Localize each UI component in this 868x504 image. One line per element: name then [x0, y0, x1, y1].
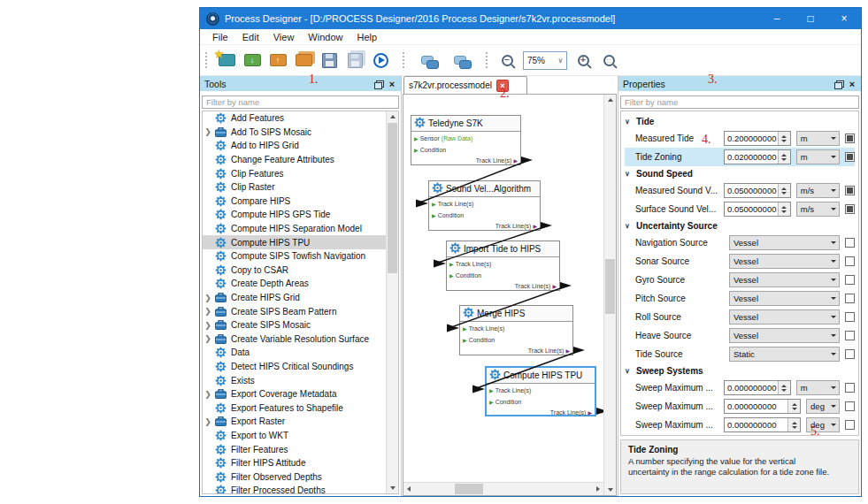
input-port[interactable]: ▶Condition	[449, 272, 481, 279]
connect-nodes-alt-button[interactable]	[447, 50, 473, 70]
tools-list-item[interactable]: ❯Add To SIPS Mosaic	[203, 126, 386, 140]
tools-list-item[interactable]: Filter Observed Depths	[203, 470, 386, 484]
section-header[interactable]: ∨Sweep Systems	[625, 363, 855, 378]
source-select[interactable]: Vessel	[729, 235, 840, 250]
expand-chevron-icon[interactable]: ❯	[203, 334, 213, 343]
input-port[interactable]: ▶Condition	[432, 212, 464, 218]
spinner-arrows-icon[interactable]	[778, 381, 790, 394]
spinner-arrows-icon[interactable]	[787, 400, 800, 413]
source-select[interactable]: Static	[729, 347, 840, 362]
tools-list-item[interactable]: Exists	[203, 373, 386, 387]
output-port[interactable]: Track Line(s)▶	[515, 283, 557, 289]
source-select[interactable]: Vessel	[729, 272, 840, 287]
tools-list-item[interactable]: Add Features	[203, 111, 386, 126]
scrollbar-thumb[interactable]	[605, 259, 615, 314]
input-port[interactable]: ▶Track Line(s)	[449, 261, 491, 267]
property-checkbox[interactable]	[845, 238, 855, 248]
tools-filter-input[interactable]	[202, 95, 399, 109]
expand-chevron-icon[interactable]: ❯	[203, 390, 213, 399]
input-port[interactable]: ▶Track Line(s)	[432, 201, 473, 207]
tools-list-item[interactable]: ❯Create SIPS Beam Pattern	[203, 304, 386, 318]
collapse-chevron-icon[interactable]: ∨	[625, 118, 632, 126]
close-panel-button[interactable]: ×	[846, 78, 858, 89]
close-button[interactable]: ×	[827, 8, 861, 29]
zoom-fit-button[interactable]: ∷	[599, 50, 618, 70]
expand-chevron-icon[interactable]: ❯	[203, 307, 213, 316]
value-spinner[interactable]: 0.000000000	[724, 380, 791, 395]
import-button[interactable]: ↑	[268, 50, 288, 70]
collapse-chevron-icon[interactable]: ∨	[625, 367, 632, 375]
process-node[interactable]: Teledyne S7K▶Sensor(Raw Data)▶ConditionT…	[411, 115, 521, 165]
process-node[interactable]: Import Tide to HIPS▶Track Line(s)▶Condit…	[446, 241, 560, 291]
section-header[interactable]: ∨Uncertainty Source	[625, 218, 855, 233]
expand-chevron-icon[interactable]: ❯	[203, 127, 213, 136]
copy-button[interactable]	[345, 50, 365, 70]
unit-select[interactable]: deg	[806, 399, 840, 414]
scroll-down-icon[interactable]	[604, 485, 616, 495]
collapse-chevron-icon[interactable]: ∨	[625, 222, 632, 230]
value-spinner[interactable]: 0.000000000	[724, 417, 801, 432]
run-button[interactable]	[371, 50, 390, 70]
input-port[interactable]: ▶Condition	[489, 399, 521, 405]
open-button[interactable]: ↓	[242, 50, 262, 70]
unit-select[interactable]: m	[796, 149, 840, 164]
connect-nodes-button[interactable]	[414, 50, 441, 70]
float-panel-button[interactable]	[373, 78, 386, 89]
unit-select[interactable]: m	[796, 131, 840, 146]
property-checkbox[interactable]	[845, 420, 855, 430]
tools-list-item[interactable]: Compare HIPS	[203, 195, 386, 209]
tools-list-item[interactable]: ❯Create HIPS Grid	[203, 291, 386, 305]
scroll-down-icon[interactable]	[387, 483, 398, 493]
zoom-out-button[interactable]: −	[497, 50, 517, 70]
value-spinner[interactable]: 0.050000000	[724, 183, 791, 198]
output-port[interactable]: Track Line(s)▶	[550, 409, 592, 416]
canvas-hscrollbar[interactable]	[403, 482, 603, 495]
value-spinner[interactable]: 0.000000000	[724, 399, 801, 414]
tools-list-item[interactable]: Filter HIPS Attitude	[203, 456, 386, 470]
tools-list-item[interactable]: ❯Create Variable Resolution Surface	[203, 332, 386, 347]
tools-list-item[interactable]: Detect HIPS Critical Soundings	[203, 360, 386, 374]
tools-list-item[interactable]: Add to HIPS Grid	[203, 139, 386, 153]
collapse-chevron-icon[interactable]: ∨	[625, 170, 632, 178]
tools-list-item[interactable]: Data	[203, 346, 386, 360]
input-port[interactable]: ▶Track Line(s)	[463, 325, 504, 332]
tools-list-item[interactable]: ❯Export Raster	[203, 415, 386, 429]
source-select[interactable]: Vessel	[729, 328, 840, 343]
process-model-canvas[interactable]: Teledyne S7K▶Sensor(Raw Data)▶ConditionT…	[403, 95, 603, 482]
spinner-arrows-icon[interactable]	[787, 418, 800, 431]
tools-list-item[interactable]: Change Feature Attributes	[203, 153, 386, 167]
process-node[interactable]: Merge HIPS▶Track Line(s)▶ConditionTrack …	[459, 305, 573, 355]
save-button[interactable]	[319, 50, 339, 70]
source-select[interactable]: Vessel	[729, 254, 840, 269]
scroll-right-icon[interactable]	[593, 483, 603, 495]
scroll-left-icon[interactable]	[403, 483, 414, 495]
new-button[interactable]: ★	[217, 50, 236, 70]
property-checkbox[interactable]	[845, 349, 855, 359]
menu-help[interactable]: Help	[350, 32, 384, 42]
tools-list-item[interactable]: Clip Features	[203, 166, 386, 180]
property-checkbox[interactable]	[845, 331, 855, 340]
tools-list-item[interactable]: ❯Export Coverage Metadata	[203, 387, 386, 401]
minimize-button[interactable]: –	[760, 8, 794, 29]
input-port[interactable]: ▶Sensor(Raw Data)	[414, 135, 472, 141]
source-select[interactable]: Vessel	[729, 291, 840, 306]
process-node[interactable]: Sound Vel...Algorithm▶Track Line(s)▶Cond…	[428, 180, 541, 231]
expand-chevron-icon[interactable]: ❯	[203, 417, 213, 426]
save-as-button[interactable]	[294, 50, 313, 70]
menu-view[interactable]: View	[266, 32, 302, 42]
menu-window[interactable]: Window	[301, 32, 350, 42]
float-panel-button[interactable]	[833, 78, 846, 89]
tools-list-item[interactable]: Compute SIPS Towfish Navigation	[203, 249, 386, 263]
zoom-level-select[interactable]: 75% ∨	[523, 51, 567, 70]
tools-list-item[interactable]: Compute HIPS Separation Model	[203, 222, 386, 236]
tools-list-item[interactable]: Export Features to Shapefile	[203, 401, 386, 415]
zoom-in-button[interactable]: +	[573, 50, 593, 70]
output-port[interactable]: Track Line(s)▶	[528, 347, 570, 354]
spinner-arrows-icon[interactable]	[778, 184, 790, 197]
property-checkbox[interactable]	[845, 186, 855, 195]
unit-select[interactable]: m/s	[796, 183, 840, 198]
scrollbar-thumb[interactable]	[388, 123, 397, 273]
property-checkbox[interactable]	[845, 383, 855, 393]
input-port[interactable]: ▶Condition	[414, 147, 446, 153]
tools-list-item[interactable]: ❯Create SIPS Mosaic	[203, 318, 386, 332]
